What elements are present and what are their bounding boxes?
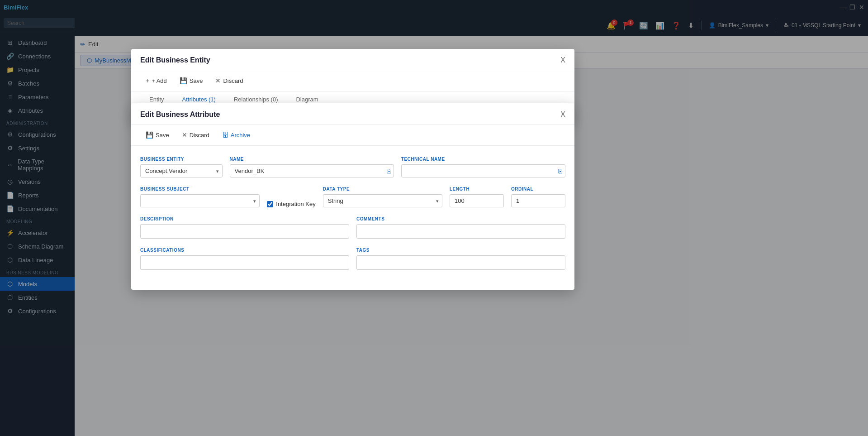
- business-subject-group: BUSINESS SUBJECT ▾: [140, 187, 260, 207]
- outer-dialog-close-button[interactable]: X: [560, 56, 565, 64]
- save-icon: 💾: [146, 131, 153, 139]
- inner-discard-button[interactable]: ✕ Discard: [176, 129, 215, 141]
- data-type-select[interactable]: String Int Decimal DateTime Boolean: [323, 194, 442, 207]
- technical-name-input-wrapper: ⎘: [401, 164, 565, 177]
- length-label: LENGTH: [450, 187, 504, 192]
- outer-dialog-title: Edit Business Entity: [140, 56, 210, 64]
- save-label: Save: [156, 132, 169, 139]
- description-input[interactable]: [140, 224, 349, 239]
- form-row-3: DESCRIPTION COMMENTS: [140, 216, 565, 239]
- relationships-tab-label: Relationships (0): [234, 96, 278, 103]
- business-entity-select-wrapper: Concept.Vendor ▾: [140, 164, 223, 177]
- technical-name-label: TECHNICAL NAME: [401, 157, 565, 162]
- ordinal-group: ORDINAL: [511, 187, 565, 207]
- comments-group: COMMENTS: [356, 216, 565, 239]
- inner-save-button[interactable]: 💾 Save: [140, 129, 175, 141]
- classifications-input[interactable]: [140, 255, 349, 270]
- inner-archive-button[interactable]: 🗄 Archive: [217, 129, 256, 141]
- comments-label: COMMENTS: [356, 216, 565, 221]
- name-group: NAME ⎘: [230, 157, 394, 177]
- inner-dialog-header: Edit Business Attribute X: [131, 103, 574, 125]
- business-subject-select-wrapper: ▾: [140, 194, 260, 207]
- save-label: Save: [190, 77, 203, 84]
- add-icon: +: [146, 77, 149, 84]
- discard-icon: ✕: [215, 77, 221, 84]
- name-input-wrapper: ⎘: [230, 164, 394, 177]
- classifications-group: CLASSIFICATIONS: [140, 248, 349, 270]
- length-input[interactable]: [450, 194, 504, 207]
- business-subject-label: BUSINESS SUBJECT: [140, 187, 260, 192]
- name-input[interactable]: [230, 164, 394, 177]
- inner-dialog-title: Edit Business Attribute: [140, 110, 220, 119]
- technical-name-input-icon[interactable]: ⎘: [558, 168, 562, 175]
- business-entity-select[interactable]: Concept.Vendor: [140, 164, 223, 177]
- integration-key-checkbox[interactable]: [267, 201, 273, 207]
- classifications-label: CLASSIFICATIONS: [140, 248, 349, 253]
- data-type-group: DATA TYPE String Int Decimal DateTime Bo…: [323, 187, 442, 207]
- ordinal-label: ORDINAL: [511, 187, 565, 192]
- data-type-label: DATA TYPE: [323, 187, 442, 192]
- integration-key-label-spacer: [267, 191, 315, 196]
- discard-label: Discard: [223, 77, 243, 84]
- discard-label: Discard: [190, 132, 209, 139]
- comments-input[interactable]: [356, 224, 565, 239]
- form-row-1: BUSINESS ENTITY Concept.Vendor ▾ NAME ⎘ …: [140, 157, 565, 177]
- discard-icon: ✕: [182, 131, 187, 139]
- integration-key-checkbox-label: Integration Key: [276, 201, 315, 207]
- integration-key-checkbox-group: Integration Key: [267, 201, 315, 207]
- inner-dialog-toolbar: 💾 Save ✕ Discard 🗄 Archive: [131, 125, 574, 146]
- archive-icon: 🗄: [222, 131, 228, 139]
- inner-dialog-close-button[interactable]: X: [560, 110, 565, 119]
- outer-dialog-toolbar: + + Add 💾 Save ✕ Discard: [131, 70, 574, 91]
- business-entity-label: BUSINESS ENTITY: [140, 157, 223, 162]
- tags-label: TAGS: [356, 248, 565, 253]
- add-label: + Add: [152, 77, 167, 84]
- save-icon: 💾: [180, 77, 187, 84]
- form-row-4: CLASSIFICATIONS TAGS: [140, 248, 565, 270]
- outer-save-button[interactable]: 💾 Save: [174, 75, 209, 86]
- ordinal-input[interactable]: [511, 194, 565, 207]
- outer-add-button[interactable]: + + Add: [140, 75, 172, 86]
- dialog-header: Edit Business Entity X: [131, 49, 574, 70]
- diagram-tab-label: Diagram: [296, 96, 318, 103]
- form-row-2: BUSINESS SUBJECT ▾ Integration Key DATA …: [140, 187, 565, 207]
- name-input-icon[interactable]: ⎘: [387, 168, 390, 175]
- tags-group: TAGS: [356, 248, 565, 270]
- length-group: LENGTH: [450, 187, 504, 207]
- technical-name-group: TECHNICAL NAME ⎘: [401, 157, 565, 177]
- technical-name-input[interactable]: [401, 164, 565, 177]
- entity-tab-label: Entity: [149, 96, 164, 103]
- business-entity-group: BUSINESS ENTITY Concept.Vendor ▾: [140, 157, 223, 177]
- outer-discard-button[interactable]: ✕ Discard: [210, 75, 248, 86]
- data-type-select-wrapper: String Int Decimal DateTime Boolean ▾: [323, 194, 442, 207]
- tags-input[interactable]: [356, 255, 565, 270]
- archive-label: Archive: [231, 132, 250, 139]
- inner-dialog-body: BUSINESS ENTITY Concept.Vendor ▾ NAME ⎘ …: [131, 146, 574, 290]
- description-label: DESCRIPTION: [140, 216, 349, 221]
- business-subject-select[interactable]: [140, 194, 260, 207]
- edit-business-attribute-dialog: Edit Business Attribute X 💾 Save ✕ Disca…: [131, 103, 574, 290]
- description-group: DESCRIPTION: [140, 216, 349, 239]
- integration-key-group: Integration Key: [267, 187, 315, 207]
- attributes-tab-label: Attributes (1): [182, 96, 216, 103]
- name-label: NAME: [230, 157, 394, 162]
